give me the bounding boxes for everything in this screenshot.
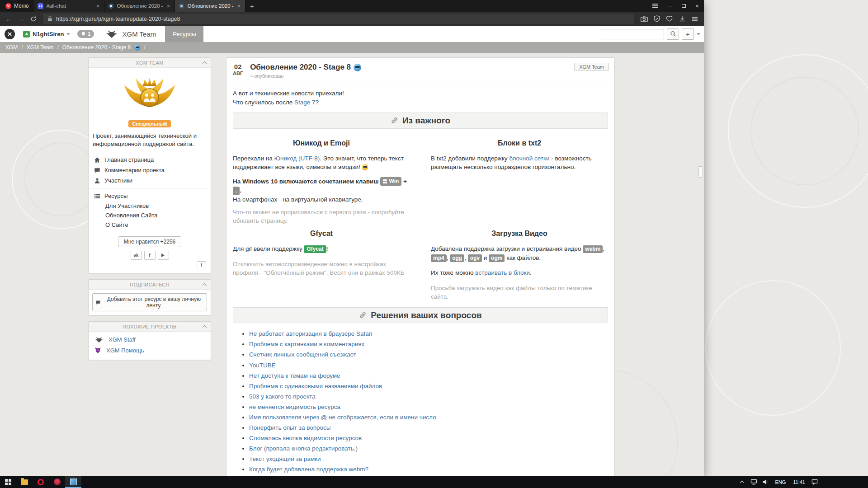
reload-button[interactable]: [28, 14, 39, 24]
play-icon: [161, 253, 166, 257]
solution-link[interactable]: Проблема с одинаковыми названиями файлов: [249, 383, 382, 389]
like-button[interactable]: Мне нравится +2256: [118, 236, 182, 247]
solution-link[interactable]: Когда будет добавлена поддержка webm?: [249, 466, 368, 473]
special-badge: Специальный: [128, 120, 171, 127]
solution-link[interactable]: Не работает авторизация в браузере Safar…: [249, 330, 372, 337]
sidebar-item-label: Главная страница: [104, 156, 154, 163]
tab-all-chat[interactable]: #all-chat ×: [34, 0, 104, 12]
search-button[interactable]: [667, 28, 679, 40]
start-button[interactable]: [0, 476, 16, 488]
taskbar-app-opera[interactable]: [33, 476, 49, 488]
clock[interactable]: 11:41: [789, 479, 809, 485]
solution-link[interactable]: Счетчик личных сообщений съезжает: [249, 351, 356, 358]
taskbar-app-browser[interactable]: [49, 476, 65, 488]
sidebar-item-site-updates[interactable]: Обновления Сайта: [89, 211, 211, 220]
sidebar-item-resources[interactable]: Ресурсы: [89, 191, 211, 201]
solution-link[interactable]: 503 у какого то проекта: [249, 393, 316, 400]
team-description: Проект, занимающийся технической и инфор…: [89, 127, 211, 152]
tab-close-icon[interactable]: ×: [166, 3, 171, 9]
window-minimize-button[interactable]: [663, 0, 677, 12]
tab-update-stage-1[interactable]: Обновление 2020 - Stage ×: [104, 0, 175, 12]
solution-link[interactable]: YouTUBE: [249, 362, 276, 369]
gfycat-badge[interactable]: Gfycat: [304, 245, 326, 253]
search-input[interactable]: [601, 29, 664, 39]
window-close-button[interactable]: ×: [690, 0, 704, 12]
sidebar-item-members[interactable]: Участники: [89, 175, 211, 186]
content-blocker-button[interactable]: [651, 14, 662, 24]
solution-link[interactable]: не меняется видимость ресурса: [249, 404, 340, 410]
solution-link[interactable]: Сломалась кнопка видимости ресурсов: [249, 435, 362, 441]
similar-project-xgm-staff[interactable]: XGM Staff: [89, 334, 211, 345]
similar-project-link[interactable]: XGM Staff: [108, 336, 136, 343]
xgm-logo[interactable]: [5, 29, 15, 39]
xgm-team-logo-icon: [105, 30, 118, 38]
panel-toggle-button[interactable]: [689, 14, 700, 24]
scrollbar-thumb[interactable]: [698, 166, 703, 178]
tray-expand-button[interactable]: [736, 476, 748, 488]
add-button[interactable]: +: [682, 28, 694, 40]
network-tray-icon[interactable]: [748, 476, 760, 488]
collapse-chevron-icon[interactable]: [203, 283, 207, 288]
paragraph: Добавлена поддержка загрузки и встраиван…: [431, 244, 608, 262]
stage7-link[interactable]: Stage 7: [294, 99, 316, 106]
minimize-icon: [668, 6, 672, 6]
bell-icon: [81, 31, 86, 37]
back-button[interactable]: ←: [4, 14, 14, 24]
similar-project-link[interactable]: XGM Помощь: [106, 347, 144, 354]
sidebar-item-about-site[interactable]: О Сайте: [89, 220, 211, 230]
solution-link[interactable]: Проблема с картинками в комментариях: [249, 341, 364, 347]
subscribe-button[interactable]: Добавить этот ресурс в вашу личную ленту…: [92, 293, 207, 311]
similar-project-xgm-help[interactable]: XGM Помощь: [89, 345, 211, 356]
bookmark-button[interactable]: [664, 14, 675, 24]
vk-icon[interactable]: vk: [131, 251, 142, 260]
breadcrumb-home[interactable]: XGM: [5, 44, 18, 51]
tab-close-icon[interactable]: ×: [95, 3, 101, 9]
windows-key-icon: [383, 179, 387, 183]
solution-link[interactable]: Понерфить опыт за вопросы: [249, 424, 331, 431]
tab-update-stage-2-active[interactable]: Обновление 2020 - Stage ×: [175, 0, 245, 12]
sidebar-item-home[interactable]: Главная страница: [89, 155, 211, 165]
tab-menu-icon[interactable]: [647, 0, 663, 12]
notifications-button[interactable]: 1: [77, 30, 94, 38]
embed-link[interactable]: встраивать в блоки: [475, 269, 530, 276]
solution-link[interactable]: Блог (пропала кнопка редактировать.): [249, 445, 358, 452]
window-maximize-button[interactable]: [677, 0, 690, 12]
app-window-icon: [70, 479, 77, 485]
taskbar-app-folder[interactable]: [16, 476, 33, 488]
tab-close-icon[interactable]: ×: [236, 3, 242, 9]
hamburger-icon: [652, 4, 658, 8]
solution-link[interactable]: Текст уходящий за рамки: [249, 455, 321, 462]
url-field[interactable]: https://xgm.guru/p/xgm-team/update-2020-…: [43, 14, 634, 24]
shield-check-icon: [654, 15, 660, 22]
team-badge-button[interactable]: XGM Team: [574, 63, 609, 71]
report-button[interactable]: !: [197, 261, 206, 269]
period-key-badge: .: [233, 187, 240, 195]
new-tab-button[interactable]: +: [245, 0, 258, 12]
volume-tray-icon[interactable]: [760, 476, 771, 488]
team-home-link[interactable]: XGM Team: [105, 30, 156, 38]
taskbar-app-window[interactable]: [65, 476, 81, 488]
facebook-icon[interactable]: f: [144, 251, 156, 260]
unicode-link[interactable]: Юникод (UTF-8): [274, 155, 320, 162]
capture-button[interactable]: [638, 14, 650, 24]
browser-menu-button[interactable]: V Меню: [0, 0, 34, 12]
page-content: XGM TEAM: [0, 53, 704, 476]
user-menu[interactable]: N1ghtSiren: [23, 31, 70, 38]
collapse-chevron-icon[interactable]: [203, 325, 207, 330]
grid-link[interactable]: блочной сетки: [509, 155, 549, 162]
chevron-down-icon[interactable]: [697, 33, 700, 37]
breadcrumb-page[interactable]: Обновление 2020 - Stage 8: [62, 44, 131, 51]
tab-resources[interactable]: Ресурсы: [165, 26, 203, 42]
sidebar-item-label: Участники: [104, 177, 132, 184]
collapse-chevron-icon[interactable]: [203, 61, 207, 66]
sidebar-item-for-members[interactable]: Для Участников: [89, 201, 211, 211]
forward-button[interactable]: →: [16, 14, 27, 24]
breadcrumb-team[interactable]: XGM Team: [27, 44, 54, 51]
action-center-button[interactable]: [809, 476, 821, 488]
downloads-button[interactable]: [676, 14, 688, 24]
solution-link[interactable]: Имя пользователя через @ не отображается…: [249, 414, 436, 421]
language-indicator[interactable]: ENG: [771, 479, 789, 485]
youtube-icon[interactable]: [158, 251, 169, 260]
sidebar-item-comments[interactable]: Комментарии проекта: [89, 165, 211, 175]
solution-link[interactable]: Нет доступа к темам на форуме: [249, 372, 340, 379]
